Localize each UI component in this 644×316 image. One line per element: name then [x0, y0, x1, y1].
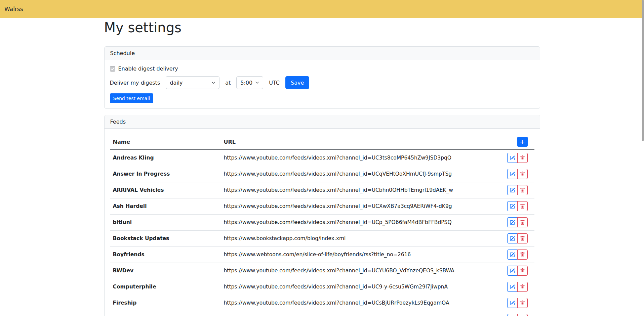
send-test-email-button[interactable]: Send test email — [110, 93, 154, 103]
feed-actions-cell — [487, 295, 534, 311]
feed-actions-cell — [487, 311, 534, 316]
edit-feed-button[interactable] — [507, 233, 518, 243]
app-brand-link[interactable]: Walrss — [4, 6, 23, 12]
feed-url: https://www.youtube.com/feeds/videos.xml… — [221, 166, 487, 182]
check-icon — [111, 67, 115, 71]
edit-feed-button[interactable] — [507, 217, 518, 227]
pencil-square-icon — [510, 204, 515, 209]
pencil-square-icon — [510, 220, 515, 225]
edit-feed-button[interactable] — [507, 298, 518, 308]
feed-actions-group — [507, 201, 528, 211]
feeds-card: Feeds Name URL + Andreas Kling https://w… — [104, 115, 540, 316]
feed-actions-group — [507, 314, 528, 316]
delete-feed-button[interactable] — [517, 169, 528, 179]
timezone-label: UTC — [269, 80, 280, 86]
feed-table-row: Answer In Progress https://www.youtube.c… — [110, 166, 534, 182]
pencil-square-icon — [510, 172, 515, 177]
trash-icon — [520, 284, 525, 289]
trash-icon — [520, 155, 525, 161]
feed-table-row: bitluni https://www.youtube.com/feeds/vi… — [110, 214, 534, 230]
pencil-square-icon — [510, 284, 515, 289]
edit-feed-button[interactable] — [507, 201, 518, 211]
feed-table-row: Boyfriends https://www.webtoons.com/en/s… — [110, 246, 534, 263]
feed-actions-group — [507, 233, 528, 243]
enable-digest-checkbox[interactable] — [110, 66, 115, 72]
feed-actions-group — [507, 250, 528, 260]
time-select[interactable]: 5:00 — [236, 76, 263, 89]
feed-url: https://www.youtube.com/feeds/videos.xml… — [221, 182, 487, 198]
delete-feed-button[interactable] — [517, 233, 528, 243]
feed-name: Game Theory — [110, 311, 221, 316]
deliver-label: Deliver my digests — [110, 80, 160, 86]
edit-feed-button[interactable] — [507, 185, 518, 195]
feed-actions-cell — [487, 230, 534, 246]
feed-url: https://www.youtube.com/feeds/videos.xml… — [221, 279, 487, 295]
enable-digest-label[interactable]: Enable digest delivery — [118, 65, 178, 72]
feed-actions-cell — [487, 166, 534, 182]
edit-feed-button[interactable] — [507, 153, 518, 163]
trash-icon — [520, 301, 525, 306]
feeds-table-header-row: Name URL + — [110, 134, 534, 150]
trash-icon — [520, 204, 525, 209]
delete-feed-button[interactable] — [517, 282, 528, 292]
delete-feed-button[interactable] — [517, 250, 528, 260]
time-selected-value: 5:00 — [240, 80, 252, 86]
feed-actions-group — [507, 185, 528, 195]
delete-feed-button[interactable] — [517, 201, 528, 211]
feed-name: ARRIVAL Vehicles — [110, 182, 221, 198]
feed-table-row: Bookstack Updates https://www.bookstacka… — [110, 230, 534, 246]
column-header-actions: + — [487, 134, 534, 150]
feed-name: Andreas Kling — [110, 150, 221, 166]
feed-actions-group — [507, 169, 528, 179]
column-header-url: URL — [221, 134, 487, 150]
feed-name: BWDev — [110, 263, 221, 279]
feeds-card-body: Name URL + Andreas Kling https://www.you… — [105, 129, 540, 316]
feed-actions-group — [507, 217, 528, 227]
column-header-name: Name — [110, 134, 221, 150]
schedule-card-body: Enable digest delivery Deliver my digest… — [105, 60, 540, 108]
feed-table-row: ARRIVAL Vehicles https://www.youtube.com… — [110, 182, 534, 198]
feed-actions-cell — [487, 182, 534, 198]
feed-actions-cell — [487, 279, 534, 295]
feed-table-row: Fireship https://www.youtube.com/feeds/v… — [110, 295, 534, 311]
pencil-square-icon — [510, 252, 515, 257]
edit-feed-button[interactable] — [507, 314, 518, 316]
edit-feed-button[interactable] — [507, 282, 518, 292]
edit-feed-button[interactable] — [507, 169, 518, 179]
trash-icon — [520, 188, 525, 193]
feed-actions-group — [507, 266, 528, 276]
feed-table-row: Game Theory https://www.youtube.com/feed… — [110, 311, 534, 316]
feed-url: https://www.bookstackapp.com/blog/index.… — [221, 230, 487, 246]
delete-feed-button[interactable] — [517, 298, 528, 308]
delete-feed-button[interactable] — [517, 153, 528, 163]
delete-feed-button[interactable] — [517, 266, 528, 276]
feeds-table: Name URL + Andreas Kling https://www.you… — [110, 134, 534, 316]
pencil-square-icon — [510, 236, 515, 241]
feed-actions-cell — [487, 198, 534, 214]
pencil-square-icon — [510, 268, 515, 273]
page-scrollbar-thumb[interactable] — [642, 0, 644, 141]
delete-feed-button[interactable] — [517, 185, 528, 195]
edit-feed-button[interactable] — [507, 266, 518, 276]
frequency-select[interactable]: daily — [166, 76, 219, 89]
delete-feed-button[interactable] — [517, 314, 528, 316]
add-feed-button[interactable]: + — [517, 137, 528, 147]
save-button[interactable]: Save — [285, 76, 309, 89]
feed-name: Ash Hardell — [110, 198, 221, 214]
enable-digest-row: Enable digest delivery — [110, 65, 534, 72]
schedule-card: Schedule Enable digest delivery Deliver … — [104, 46, 540, 109]
feed-url: https://www.youtube.com/feeds/videos.xml… — [221, 295, 487, 311]
feed-table-row: BWDev https://www.youtube.com/feeds/vide… — [110, 263, 534, 279]
page-title: My settings — [104, 20, 540, 35]
chevron-down-icon — [255, 81, 259, 85]
feed-actions-group — [507, 282, 528, 292]
pencil-square-icon — [510, 301, 515, 306]
feed-name: Answer In Progress — [110, 166, 221, 182]
trash-icon — [520, 172, 525, 177]
trash-icon — [520, 252, 525, 257]
feed-table-row: Andreas Kling https://www.youtube.com/fe… — [110, 150, 534, 166]
feeds-table-body: Andreas Kling https://www.youtube.com/fe… — [110, 150, 534, 316]
main-content: My settings Schedule Enable digest deliv… — [104, 20, 540, 316]
delete-feed-button[interactable] — [517, 217, 528, 227]
edit-feed-button[interactable] — [507, 250, 518, 260]
